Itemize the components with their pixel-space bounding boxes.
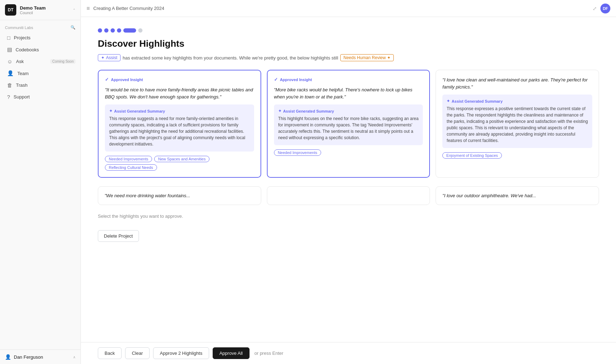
- main-content: ≡ Creating A Better Community 2024 ⤢ DF …: [81, 0, 616, 364]
- sidebar-section-label: Communiti Labs: [5, 25, 33, 30]
- bottom-card-quote: "I love our outdoor amphitheatre. We've …: [442, 193, 536, 198]
- expand-icon[interactable]: ⤢: [593, 6, 597, 11]
- progress-dot-active: [123, 28, 136, 33]
- progress-dot-1: [98, 28, 102, 33]
- sidebar-user-chevron-icon: ∧: [73, 355, 75, 359]
- sidebar-logo: DT: [5, 4, 16, 16]
- card-quote: "More bike racks would be helpful. There…: [274, 86, 423, 100]
- tag-new-spaces[interactable]: New Spaces and Amenities: [154, 156, 209, 162]
- assist-small-icon: ✦: [447, 99, 450, 103]
- clear-button[interactable]: Clear: [125, 347, 150, 359]
- back-button[interactable]: Back: [98, 347, 122, 359]
- cards-bottom-row: "We need more drinking water fountains..…: [98, 186, 599, 205]
- assist-label: Assist: [106, 55, 117, 60]
- cards-grid: ✓ Approved Insight "It would be nice to …: [98, 70, 599, 178]
- card-tags: Enjoyment of Existing Spaces: [442, 152, 592, 159]
- sidebar: DT Demo Team Council ⌃ Communiti Labs 🔍 …: [0, 0, 81, 364]
- page-heading: Discover Highlights: [98, 38, 599, 49]
- sidebar-app-sub: Council: [20, 11, 69, 15]
- coming-soon-badge: Coming Soon: [50, 59, 75, 64]
- progress-dot-3: [111, 28, 115, 33]
- progress-dot-2: [104, 28, 108, 33]
- summary-text: This response expresses a positive senti…: [447, 106, 588, 144]
- sidebar-title-group: Demo Team Council: [20, 5, 69, 15]
- summary-title: ✦ Assist Generated Summary: [278, 109, 419, 113]
- codebooks-icon: ▤: [7, 46, 12, 53]
- projects-icon: □: [7, 35, 10, 41]
- approve-highlights-button[interactable]: Approve 2 Highlights: [153, 347, 209, 359]
- highlight-card-2[interactable]: ✓ Approved Insight "More bike racks woul…: [267, 70, 430, 178]
- summary-title-text: Assist Generated Summary: [283, 109, 334, 113]
- badge-label: Approved Insight: [111, 78, 143, 82]
- support-icon: ?: [7, 94, 10, 100]
- sidebar-item-trash[interactable]: 🗑 Trash: [2, 79, 78, 91]
- sidebar-item-label: Codebooks: [16, 47, 39, 52]
- search-icon[interactable]: 🔍: [71, 25, 75, 30]
- tag-enjoyment[interactable]: Enjoyment of Existing Spaces: [442, 152, 502, 159]
- card-tags: Needed Improvements: [274, 149, 423, 156]
- summary-title: ✦ Assist Generated Summary: [109, 109, 250, 113]
- bottom-card-1[interactable]: "We need more drinking water fountains..…: [98, 186, 261, 205]
- content-area: Discover Highlights ✦ Assist has extract…: [81, 17, 616, 342]
- summary-title: ✦ Assist Generated Summary: [447, 99, 588, 103]
- summary-text: This response suggests a need for more f…: [109, 115, 250, 147]
- avatar[interactable]: DF: [600, 4, 610, 13]
- sidebar-item-label: Projects: [14, 35, 30, 40]
- sidebar-item-projects[interactable]: □ Projects: [2, 32, 78, 44]
- sidebar-item-codebooks[interactable]: ▤ Codebooks: [2, 44, 78, 56]
- card-summary: ✦ Assist Generated Summary This response…: [105, 104, 254, 152]
- progress-dot-6: [138, 28, 142, 33]
- sidebar-item-team[interactable]: 👤 Team: [2, 67, 78, 79]
- summary-title-text: Assist Generated Summary: [114, 109, 165, 113]
- sidebar-item-ask[interactable]: ☺ Ask Coming Soon: [2, 56, 78, 67]
- sidebar-app-name: Demo Team: [20, 5, 69, 11]
- sidebar-chevron-icon[interactable]: ⌃: [73, 8, 75, 12]
- press-enter-hint: or press Enter: [254, 351, 284, 356]
- trash-icon: 🗑: [7, 82, 12, 88]
- assist-small-icon: ✦: [109, 109, 112, 113]
- needs-review-badge: Needs Human Review ✦: [340, 54, 394, 61]
- sidebar-item-label: Support: [13, 94, 30, 99]
- summary-title-text: Assist Generated Summary: [452, 99, 503, 103]
- summary-text: This highlight focuses on the need for m…: [278, 115, 419, 141]
- topbar: ≡ Creating A Better Community 2024 ⤢ DF: [81, 0, 616, 17]
- sidebar-item-support[interactable]: ? Support: [2, 91, 78, 103]
- assist-small-icon: ✦: [278, 109, 281, 113]
- needs-review-label: Needs Human Review ✦: [343, 55, 391, 60]
- card-summary: ✦ Assist Generated Summary This highligh…: [274, 104, 423, 145]
- sidebar-section: Communiti Labs 🔍: [0, 20, 80, 32]
- menu-icon[interactable]: ≡: [86, 5, 90, 12]
- select-hint: Select the highlights you want to approv…: [98, 214, 599, 219]
- tag-needed-improvements[interactable]: Needed Improvements: [105, 156, 152, 162]
- progress-dot-4: [117, 28, 121, 33]
- sidebar-user[interactable]: 👤 Dan Ferguson ∧: [0, 349, 80, 364]
- sidebar-item-label: Trash: [16, 83, 28, 88]
- highlight-card-3[interactable]: "I love how clean and well-maintained ou…: [436, 70, 599, 178]
- approve-all-button[interactable]: Approve All: [213, 347, 250, 359]
- sidebar-header[interactable]: DT Demo Team Council ⌃: [0, 0, 80, 20]
- card-tags: Needed Improvements New Spaces and Ameni…: [105, 156, 254, 171]
- badge-label: Approved Insight: [280, 78, 312, 82]
- bottom-bar: Back Clear Approve 2 Highlights Approve …: [81, 342, 616, 364]
- card-quote: "I love how clean and well-maintained ou…: [442, 76, 592, 90]
- tag-cultural[interactable]: Reflecting Cultural Needs: [105, 164, 157, 171]
- assist-badge: ✦ Assist: [98, 54, 121, 61]
- delete-project-button[interactable]: Delete Project: [98, 230, 139, 242]
- assist-text: has extracted some key highlights from y…: [123, 55, 338, 61]
- sidebar-item-label: Ask: [16, 59, 24, 64]
- ask-icon: ☺: [7, 58, 12, 64]
- card-approved-badge: ✓ Approved Insight: [274, 77, 423, 82]
- bottom-card-2[interactable]: [267, 186, 430, 205]
- highlight-card-1[interactable]: ✓ Approved Insight "It would be nice to …: [98, 70, 261, 178]
- card-approved-badge: ✓ Approved Insight: [105, 77, 254, 82]
- bottom-card-quote: "We need more drinking water fountains..…: [105, 193, 190, 198]
- bottom-card-3[interactable]: "I love our outdoor amphitheatre. We've …: [436, 186, 599, 205]
- sidebar-item-label: Team: [17, 71, 29, 76]
- card-summary: ✦ Assist Generated Summary This response…: [442, 95, 592, 148]
- tag-needed-improvements-2[interactable]: Needed Improvements: [274, 149, 321, 156]
- progress-indicator: [98, 28, 599, 33]
- team-icon: 👤: [7, 70, 14, 76]
- assist-icon: ✦: [101, 55, 105, 60]
- check-icon: ✓: [274, 77, 278, 82]
- check-icon: ✓: [105, 77, 109, 82]
